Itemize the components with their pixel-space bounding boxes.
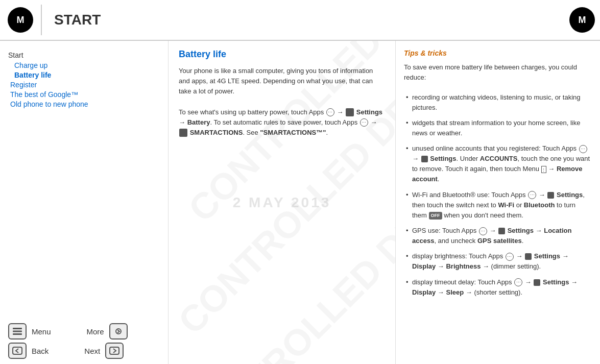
- settings-icon-2: [421, 156, 428, 162]
- main-area: Start Charge up Battery life Register Th…: [0, 41, 600, 364]
- content-area: Battery life Your phone is like a small …: [169, 41, 395, 364]
- off-badge: OFF: [429, 212, 442, 220]
- apps-icon-7: ⋯: [514, 278, 522, 286]
- apps-icon-1: ⋯: [326, 108, 334, 116]
- logo-left: M: [0, 2, 41, 38]
- smartactions-label: SMARTACTIONS: [190, 129, 243, 136]
- settings-icon-3: [547, 192, 554, 199]
- back-label: Back: [32, 347, 49, 355]
- more-button[interactable]: [109, 323, 128, 339]
- logo-right: M: [539, 7, 600, 33]
- battery-label: Battery: [187, 118, 210, 126]
- remove-account-label: Remove account: [412, 165, 583, 183]
- sidebar: Start Charge up Battery life Register Th…: [0, 41, 169, 364]
- tip-item-2: widgets that stream information to your …: [406, 118, 592, 138]
- bottom-row-menu: Menu More: [8, 323, 168, 339]
- gps-satellites-label: GPS satellites: [477, 237, 522, 245]
- apps-icon-5: ⋯: [479, 227, 487, 235]
- svg-rect-9: [110, 347, 119, 354]
- page-title: START: [42, 12, 539, 28]
- more-label: More: [87, 327, 104, 336]
- brightness-label: Brightness: [446, 262, 481, 270]
- svg-rect-4: [13, 328, 22, 329]
- next-group: Next: [84, 343, 124, 359]
- sidebar-nav: Start Charge up Battery life Register Th…: [8, 51, 168, 318]
- settings-icon-1: [346, 108, 354, 116]
- apps-icon-4: ⋯: [528, 191, 536, 199]
- settings-label-3: Settings: [557, 191, 583, 199]
- menu-dots-icon: ⋮: [541, 166, 546, 173]
- next-label: Next: [84, 347, 100, 355]
- settings-icon-5: [525, 253, 532, 260]
- accounts-label: ACCOUNTS: [480, 155, 518, 162]
- sleep-label: Sleep: [446, 288, 464, 296]
- tips-list: recording or watching videos, listening …: [404, 92, 592, 298]
- content-para1: Your phone is like a small computer, giv…: [179, 66, 385, 96]
- tip-item-5: GPS use: Touch Apps ⋯ → Settings → Locat…: [406, 226, 592, 246]
- tip-item-3: unused online accounts that you register…: [406, 143, 592, 185]
- content-para2: To see what's using up battery power, to…: [179, 107, 385, 138]
- svg-rect-5: [13, 331, 22, 332]
- sidebar-bottom-nav: Menu More: [8, 318, 168, 364]
- content-body: Your phone is like a small computer, giv…: [179, 66, 385, 138]
- apps-icon-6: ⋯: [506, 253, 514, 261]
- sidebar-item-charge-up[interactable]: Charge up: [14, 61, 168, 69]
- menu-label: Menu: [32, 327, 51, 336]
- apps-icon-3: ⋯: [579, 145, 587, 153]
- sidebar-item-start[interactable]: Start: [8, 51, 168, 59]
- menu-button[interactable]: [8, 323, 27, 339]
- tip-item-4: Wi-Fi and Bluetooth® use: Touch Apps ⋯ →…: [406, 190, 592, 221]
- header: M START M: [0, 0, 600, 41]
- settings-label-6: Settings: [543, 278, 569, 286]
- bottom-row-back: Back Next: [8, 343, 168, 359]
- tip-item-1: recording or watching videos, listening …: [406, 92, 592, 113]
- tips-intro: To save even more battery life between c…: [404, 62, 592, 298]
- bluetooth-label: Bluetooth: [524, 201, 555, 209]
- smartactions-quote: "SMARTACTIONS™": [260, 129, 326, 136]
- display-label-1: Display: [412, 262, 436, 270]
- sidebar-item-old-phone[interactable]: Old phone to new phone: [10, 100, 168, 108]
- settings-label-5: Settings: [534, 252, 560, 260]
- tips-intro-text: To save even more battery life between c…: [404, 62, 592, 82]
- svg-text:M: M: [579, 15, 586, 25]
- sidebar-item-register[interactable]: Register: [10, 81, 168, 89]
- settings-icon-4: [498, 228, 505, 234]
- tip-item-7: display timeout delay: Touch Apps ⋯ → Se…: [406, 277, 592, 298]
- wifi-label: Wi-Fi: [498, 201, 514, 209]
- settings-icon-6: [534, 279, 540, 286]
- back-button[interactable]: [8, 343, 27, 359]
- motorola-logo-right: M: [569, 7, 595, 33]
- svg-rect-8: [13, 347, 22, 354]
- tip-item-6: display brightness: Touch Apps ⋯ → Setti…: [406, 251, 592, 272]
- right-column: Tips & tricks To save even more battery …: [396, 41, 600, 364]
- content-title: Battery life: [179, 49, 385, 60]
- smartactions-icon: [179, 129, 187, 137]
- sidebar-item-best-of-google[interactable]: The best of Google™: [10, 90, 168, 99]
- svg-rect-6: [13, 333, 22, 335]
- next-button[interactable]: [105, 343, 124, 359]
- more-group: More: [87, 323, 128, 339]
- settings-label-2: Settings: [430, 155, 456, 162]
- svg-text:M: M: [17, 15, 25, 25]
- tips-title: Tips & tricks: [404, 49, 592, 57]
- settings-label-4: Settings: [508, 227, 534, 234]
- sidebar-item-battery-life[interactable]: Battery life: [14, 71, 168, 79]
- settings-label-1: Settings: [356, 108, 382, 116]
- apps-icon-2: ⋯: [360, 118, 368, 127]
- display-label-2: Display: [412, 288, 436, 296]
- motorola-logo: M: [8, 7, 33, 33]
- center-column: CONTROLLED DRAFT CONTROLLED DRAFT CONTRO…: [169, 41, 396, 364]
